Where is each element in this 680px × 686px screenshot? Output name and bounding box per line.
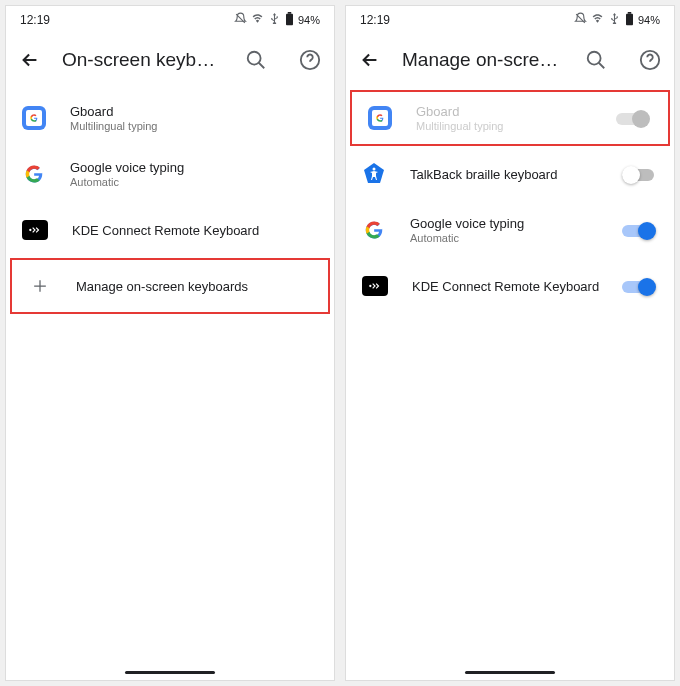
status-time: 12:19 [360, 13, 390, 27]
gboard-icon [368, 106, 392, 130]
svg-rect-6 [628, 12, 632, 14]
item-subtitle: Automatic [410, 232, 614, 244]
back-button[interactable] [358, 48, 382, 72]
kde-icon [362, 276, 388, 296]
phone-left: 12:19 94% On-screen keyboard [5, 5, 335, 681]
settings-list: Gboard Multilingual typing Google voice … [6, 86, 334, 314]
status-icons: 94% [234, 12, 320, 29]
battery-percent: 94% [638, 14, 660, 26]
toggle-kde-connect[interactable] [622, 276, 658, 296]
plus-icon [28, 274, 52, 298]
phone-right: 12:19 94% Manage on-screen ke... [345, 5, 675, 681]
battery-icon [625, 12, 634, 29]
svg-point-11 [369, 285, 371, 287]
app-bar: Manage on-screen ke... [346, 34, 674, 86]
dnd-icon [234, 12, 247, 28]
search-button[interactable] [584, 48, 608, 72]
item-title: Google voice typing [410, 216, 614, 231]
item-title: Gboard [70, 104, 318, 119]
item-title: KDE Connect Remote Keyboard [72, 223, 318, 238]
status-time: 12:19 [20, 13, 50, 27]
app-bar: On-screen keyboard [6, 34, 334, 86]
svg-point-2 [248, 52, 261, 65]
google-icon [362, 218, 386, 242]
svg-rect-5 [626, 13, 633, 24]
item-title: Gboard [416, 104, 608, 119]
toggle-talkback[interactable] [622, 164, 658, 184]
item-google-voice[interactable]: Google voice typing Automatic [346, 202, 674, 258]
svg-rect-1 [288, 12, 292, 14]
page-title: On-screen keyboard [62, 49, 224, 71]
wifi-icon [251, 12, 264, 28]
nav-bar-indicator [465, 671, 555, 674]
item-gboard[interactable]: Gboard Multilingual typing [6, 90, 334, 146]
status-icons: 94% [574, 12, 660, 29]
accessibility-icon [362, 162, 386, 186]
kde-icon [22, 220, 48, 240]
toggle-gboard [616, 108, 652, 128]
item-title: TalkBack braille keyboard [410, 167, 614, 182]
help-button[interactable] [638, 48, 662, 72]
item-gboard[interactable]: Gboard Multilingual typing [350, 90, 670, 146]
item-subtitle: Multilingual typing [416, 120, 608, 132]
item-talkback-braille[interactable]: TalkBack braille keyboard [346, 146, 674, 202]
back-button[interactable] [18, 48, 42, 72]
gboard-icon [22, 106, 46, 130]
svg-point-10 [373, 168, 376, 171]
nav-bar-indicator [125, 671, 215, 674]
battery-percent: 94% [298, 14, 320, 26]
help-button[interactable] [298, 48, 322, 72]
svg-rect-0 [286, 13, 293, 24]
item-subtitle: Multilingual typing [70, 120, 318, 132]
wifi-icon [591, 12, 604, 28]
dnd-icon [574, 12, 587, 28]
item-manage-keyboards[interactable]: Manage on-screen keyboards [10, 258, 330, 314]
toggle-google-voice[interactable] [622, 220, 658, 240]
item-title: Manage on-screen keyboards [76, 279, 312, 294]
battery-icon [285, 12, 294, 29]
status-bar: 12:19 94% [6, 6, 334, 34]
item-kde-connect[interactable]: KDE Connect Remote Keyboard [346, 258, 674, 314]
item-kde-connect[interactable]: KDE Connect Remote Keyboard [6, 202, 334, 258]
settings-list: Gboard Multilingual typing TalkBack brai… [346, 86, 674, 314]
usb-icon [268, 12, 281, 28]
page-title: Manage on-screen ke... [402, 49, 564, 71]
svg-point-4 [29, 229, 31, 231]
status-bar: 12:19 94% [346, 6, 674, 34]
search-button[interactable] [244, 48, 268, 72]
usb-icon [608, 12, 621, 28]
item-google-voice[interactable]: Google voice typing Automatic [6, 146, 334, 202]
item-subtitle: Automatic [70, 176, 318, 188]
google-icon [22, 162, 46, 186]
item-title: Google voice typing [70, 160, 318, 175]
item-title: KDE Connect Remote Keyboard [412, 279, 614, 294]
svg-point-7 [588, 52, 601, 65]
